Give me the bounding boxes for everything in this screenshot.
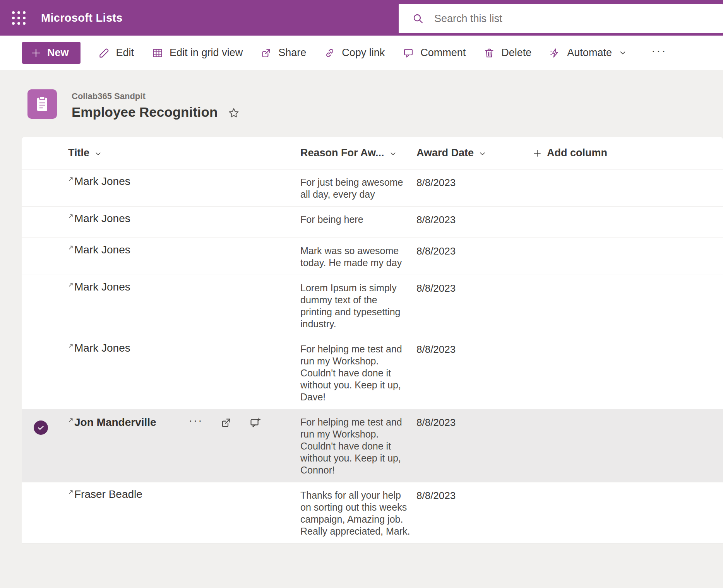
table-row[interactable]: Mark Jones Mark was so awesome today. He… [22,238,723,275]
title-link-indicator-icon [68,417,74,423]
column-header-reason[interactable]: Reason For Aw... [300,147,416,159]
clipboard-icon [32,94,52,114]
plus-icon [533,149,542,158]
column-reason-label: Reason For Aw... [300,147,384,159]
row-title[interactable]: Jon Manderville [74,416,156,429]
edit-in-grid-view-label: Edit in grid view [170,47,243,59]
comment-label: Comment [420,47,466,59]
search-box[interactable] [399,4,723,33]
add-column-button[interactable]: Add column [533,147,723,159]
copy-link-label: Copy link [342,47,385,59]
grid-icon [152,47,163,59]
row-reason: Thanks for all your help on sorting out … [300,489,416,537]
automate-button[interactable]: Automate [549,47,627,59]
row-share-icon[interactable] [220,417,232,429]
new-button-label: New [47,47,69,59]
table-header-row: Title Reason For Aw... Award Date Add co… [22,137,723,169]
list-tile-icon [27,89,57,119]
share-icon [260,47,272,59]
row-award-date: 8/8/2023 [416,490,533,537]
table-row-selected[interactable]: Jon Manderville ··· For helping me te [22,409,723,482]
row-select-gutter[interactable] [22,212,68,232]
row-title[interactable]: Mark Jones [74,244,130,256]
row-title[interactable]: Fraser Beadle [74,488,142,501]
chevron-down-icon [389,150,397,157]
delete-button[interactable]: Delete [483,47,531,59]
row-title[interactable]: Mark Jones [74,342,130,354]
add-column-label: Add column [547,147,607,159]
list-header: Collab365 Sandpit Employee Recognition [0,70,723,120]
chevron-down-icon [619,49,627,57]
search-input[interactable] [434,13,682,25]
table-row[interactable]: Mark Jones For just being awesome all da… [22,169,723,207]
search-icon [412,12,424,25]
row-select-gutter[interactable] [22,175,68,200]
row-more-button[interactable]: ··· [189,415,203,430]
row-comment-add-icon[interactable] [249,417,261,429]
chevron-down-icon [94,150,102,157]
app-launcher-waffle-icon[interactable] [10,9,27,26]
row-award-date: 8/8/2023 [416,245,533,269]
column-header-title[interactable]: Title [68,147,300,159]
favorite-star-icon[interactable] [228,107,240,119]
row-award-date: 8/8/2023 [416,177,533,200]
new-button[interactable]: New [22,42,81,64]
plus-icon [31,48,41,58]
edit-in-grid-view-button[interactable]: Edit in grid view [152,47,243,59]
share-button[interactable]: Share [260,47,306,59]
row-award-date: 8/8/2023 [416,282,533,330]
row-select-gutter[interactable] [22,415,68,476]
automate-label: Automate [567,47,612,59]
check-icon [37,424,45,432]
title-link-indicator-icon [68,245,74,250]
title-link-indicator-icon [68,176,74,182]
row-actions: ··· [189,415,261,430]
command-overflow-button[interactable]: ··· [651,45,667,61]
trash-icon [483,47,495,59]
row-select-gutter[interactable] [22,244,68,269]
column-date-label: Award Date [416,147,474,159]
row-reason: Mark was so awesome today. He made my da… [300,245,416,269]
row-reason: For helping me test and run my Workshop.… [300,343,416,403]
row-reason: Lorem Ipsum is simply dummy text of the … [300,282,416,330]
share-label: Share [278,47,306,59]
table-row[interactable]: Fraser Beadle Thanks for all your help o… [22,482,723,544]
link-icon [324,47,336,59]
app-top-bar: Microsoft Lists [0,0,723,36]
title-link-indicator-icon [68,489,74,495]
breadcrumb-site-name[interactable]: Collab365 Sandpit [72,91,240,101]
row-title[interactable]: Mark Jones [74,175,130,188]
copy-link-button[interactable]: Copy link [324,47,385,59]
comment-icon [403,47,414,59]
row-selected-checkmark[interactable] [34,420,48,435]
page-title: Employee Recognition [72,104,218,120]
row-award-date: 8/8/2023 [416,214,533,232]
row-select-gutter[interactable] [22,488,68,537]
row-award-date: 8/8/2023 [416,417,533,476]
row-title[interactable]: Mark Jones [74,281,130,293]
automate-icon [549,47,561,59]
row-title[interactable]: Mark Jones [74,212,130,225]
command-bar: New Edit Edit in grid view Share [0,36,723,70]
edit-button[interactable]: Edit [98,47,134,59]
comment-button[interactable]: Comment [403,47,466,59]
table-row[interactable]: Mark Jones Lorem Ipsum is simply dummy t… [22,275,723,336]
delete-label: Delete [501,47,531,59]
chevron-down-icon [479,150,486,157]
column-header-award-date[interactable]: Award Date [416,147,533,159]
row-reason: For helping me test and run my Workshop.… [300,416,416,476]
table-row[interactable]: Mark Jones For being here 8/8/2023 [22,207,723,238]
title-link-indicator-icon [68,343,74,349]
pencil-icon [98,47,110,59]
column-title-label: Title [68,147,89,159]
title-link-indicator-icon [68,282,74,287]
row-select-gutter[interactable] [22,342,68,403]
edit-label: Edit [116,47,134,59]
row-award-date: 8/8/2023 [416,344,533,403]
row-select-gutter[interactable] [22,281,68,330]
list-table: Title Reason For Aw... Award Date Add co… [22,137,723,544]
table-row[interactable]: Mark Jones For helping me test and run m… [22,336,723,409]
title-link-indicator-icon [68,214,74,219]
row-reason: For being here [300,214,416,232]
row-reason: For just being awesome all day, every da… [300,176,416,200]
